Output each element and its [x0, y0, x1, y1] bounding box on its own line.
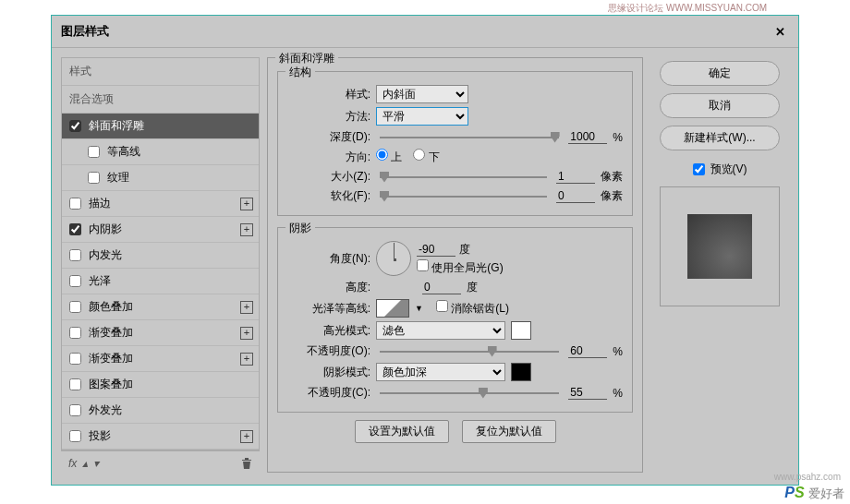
style-label: 描边	[89, 196, 111, 211]
color-overlay-checkbox[interactable]	[69, 301, 81, 313]
highlight-color-swatch[interactable]	[511, 321, 531, 340]
direction-label: 方向:	[287, 150, 370, 165]
arrow-up-icon[interactable]: ▴	[82, 457, 88, 470]
gloss-label: 光泽等高线:	[287, 301, 370, 317]
style-label: 图案叠加	[89, 377, 133, 392]
unit: %	[613, 387, 623, 400]
highlight-opacity-slider[interactable]	[380, 351, 559, 353]
style-gradient-overlay-2[interactable]: 渐变叠加 +	[62, 346, 259, 372]
gradient-overlay-checkbox[interactable]	[69, 327, 81, 339]
styles-header[interactable]: 样式	[62, 58, 259, 86]
antialias-check[interactable]: 消除锯齿(L)	[436, 300, 509, 317]
shadow-opacity-label: 不透明度(C):	[287, 385, 370, 401]
angle-label: 角度(N):	[287, 251, 370, 267]
style-stroke[interactable]: 描边 +	[62, 191, 259, 217]
layer-style-dialog: 图层样式 ✕ 样式 混合选项 斜面和浮雕 等高线 纹理	[51, 15, 799, 486]
shadow-mode-select[interactable]: 颜色加深	[376, 363, 505, 381]
unit: 像素	[601, 188, 623, 204]
angle-dial[interactable]	[376, 241, 411, 276]
new-style-button[interactable]: 新建样式(W)...	[660, 126, 780, 150]
depth-input[interactable]	[568, 130, 607, 144]
trash-icon[interactable]	[241, 457, 252, 470]
style-label: 渐变叠加	[89, 325, 133, 341]
style-label: 纹理	[107, 170, 129, 186]
arrow-down-icon[interactable]: ▾	[93, 457, 99, 470]
direction-up[interactable]: 上	[376, 149, 402, 165]
close-button[interactable]: ✕	[771, 25, 789, 39]
method-select[interactable]: 平滑	[376, 107, 468, 126]
preview-checkbox[interactable]: 预览(V)	[693, 162, 747, 177]
dropdown-icon[interactable]: ▼	[415, 304, 423, 313]
reset-default-button[interactable]: 复位为默认值	[462, 420, 556, 443]
cancel-button[interactable]: 取消	[660, 93, 780, 118]
style-select[interactable]: 内斜面	[376, 85, 468, 103]
add-icon[interactable]: +	[240, 301, 253, 314]
direction-down[interactable]: 下	[413, 149, 439, 165]
style-gradient-overlay-1[interactable]: 渐变叠加 +	[62, 320, 259, 346]
highlight-mode-select[interactable]: 滤色	[376, 321, 505, 340]
shadow-opacity-input[interactable]	[568, 386, 607, 400]
add-icon[interactable]: +	[240, 223, 253, 236]
soften-input[interactable]	[556, 189, 595, 203]
site-logo: PS 爱好者	[784, 485, 844, 502]
fx-menu[interactable]: fx	[68, 457, 77, 470]
shadow-opacity-slider[interactable]	[380, 392, 559, 394]
satin-checkbox[interactable]	[69, 275, 81, 287]
add-icon[interactable]: +	[240, 430, 253, 443]
bevel-checkbox[interactable]	[69, 120, 81, 132]
unit: %	[613, 131, 623, 144]
highlight-mode-label: 高光模式:	[287, 323, 370, 339]
style-inner-shadow[interactable]: 内阴影 +	[62, 217, 259, 243]
highlight-opacity-input[interactable]	[568, 344, 607, 358]
style-label: 外发光	[89, 402, 122, 418]
style-contour[interactable]: 等高线	[62, 139, 259, 165]
style-pattern-overlay[interactable]: 图案叠加	[62, 372, 259, 398]
unit: 度	[467, 280, 478, 295]
style-outer-glow[interactable]: 外发光	[62, 398, 259, 424]
shadow-mode-label: 阴影模式:	[287, 365, 370, 380]
footer-url: www.psahz.com	[774, 472, 841, 482]
style-label: 颜色叠加	[89, 299, 133, 315]
add-icon[interactable]: +	[240, 353, 253, 366]
style-label: 投影	[89, 428, 111, 444]
unit: 像素	[601, 169, 623, 185]
style-inner-glow[interactable]: 内发光	[62, 243, 259, 269]
shadow-color-swatch[interactable]	[511, 363, 531, 381]
blending-options[interactable]: 混合选项	[62, 86, 259, 114]
gloss-contour-picker[interactable]	[376, 299, 409, 318]
style-drop-shadow[interactable]: 投影 +	[62, 424, 259, 450]
add-icon[interactable]: +	[240, 198, 253, 210]
contour-checkbox[interactable]	[88, 146, 100, 158]
style-satin[interactable]: 光泽	[62, 269, 259, 294]
angle-input[interactable]	[417, 243, 455, 257]
soften-label: 软化(F):	[287, 188, 370, 204]
ok-button[interactable]: 确定	[660, 61, 780, 86]
soften-slider[interactable]	[380, 196, 547, 198]
add-icon[interactable]: +	[240, 327, 253, 340]
make-default-button[interactable]: 设置为默认值	[355, 420, 449, 443]
dialog-title: 图层样式	[61, 23, 109, 40]
preview-thumb	[687, 214, 752, 279]
global-light-check[interactable]: 使用全局光(G)	[417, 259, 504, 276]
size-slider[interactable]	[380, 176, 547, 178]
altitude-input[interactable]	[422, 281, 461, 294]
style-label: 等高线	[107, 144, 140, 160]
style-label: 斜面和浮雕	[89, 118, 144, 134]
titlebar: 图层样式 ✕	[52, 16, 798, 48]
drop-shadow-checkbox[interactable]	[69, 430, 81, 442]
right-panel: 确定 取消 新建样式(W)... 预览(V)	[650, 57, 789, 473]
inner-shadow-checkbox[interactable]	[69, 223, 81, 235]
style-label: 内阴影	[89, 222, 122, 237]
gradient-overlay-checkbox-2[interactable]	[69, 353, 81, 365]
pattern-overlay-checkbox[interactable]	[69, 378, 81, 390]
inner-glow-checkbox[interactable]	[69, 249, 81, 261]
size-input[interactable]	[556, 170, 595, 184]
style-bevel-emboss[interactable]: 斜面和浮雕	[62, 114, 259, 139]
outer-glow-checkbox[interactable]	[69, 404, 81, 416]
stroke-checkbox[interactable]	[69, 198, 81, 210]
style-color-overlay[interactable]: 颜色叠加 +	[62, 294, 259, 320]
style-texture[interactable]: 纹理	[62, 165, 259, 191]
depth-slider[interactable]	[380, 137, 559, 138]
size-label: 大小(Z):	[287, 169, 370, 185]
texture-checkbox[interactable]	[88, 172, 100, 184]
